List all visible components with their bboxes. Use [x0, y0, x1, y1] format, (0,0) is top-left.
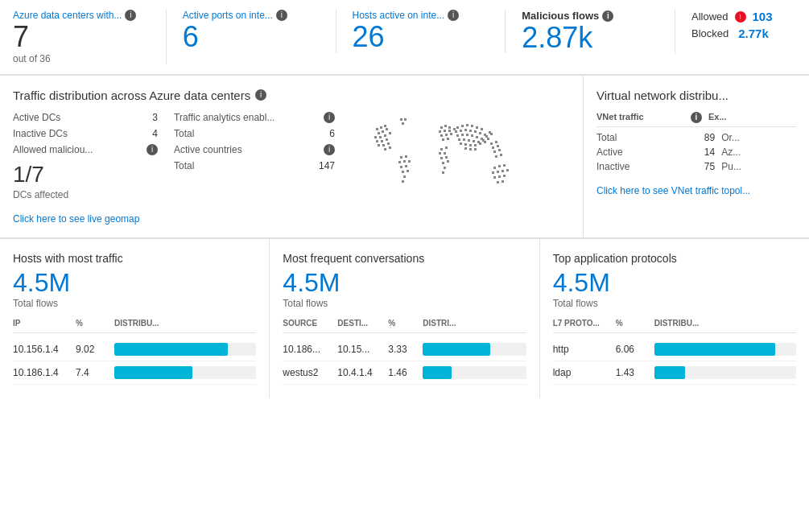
- hosts-row-1: 10.156.1.4 9.02: [13, 338, 256, 361]
- allowed-malicious-info-icon[interactable]: i: [147, 144, 158, 155]
- vnet-table: VNet traffic i Ex... Total 89 Or... Acti…: [596, 112, 796, 172]
- svg-rect-98: [503, 175, 506, 177]
- proto-row1-proto: http: [553, 344, 609, 355]
- vnet-section: Virtual network distribu... VNet traffic…: [584, 76, 809, 237]
- svg-rect-16: [384, 148, 386, 151]
- svg-rect-84: [497, 145, 499, 147]
- hosts-panel: Hosts with most traffic 4.5M Total flows…: [0, 239, 270, 398]
- active-dcs-label: Active DCs: [13, 112, 60, 123]
- svg-rect-75: [474, 144, 477, 146]
- svg-rect-19: [404, 118, 407, 121]
- hosts-row1-bar-container: [114, 343, 256, 356]
- svg-rect-32: [447, 138, 449, 140]
- svg-rect-38: [445, 156, 448, 159]
- allowed-malicious-label: Allowed maliciou...: [13, 144, 93, 155]
- hosts-row2-pct: 7.4: [76, 367, 108, 378]
- traffic-inner: Active DCs 3 Inactive DCs 4 Allowed mali…: [13, 112, 570, 225]
- conversations-panel-sub: Total flows: [283, 298, 526, 309]
- conv-col-dist-header: DISTRI...: [423, 319, 526, 328]
- conv-row2-dest: 10.4.1.4: [337, 367, 382, 378]
- svg-rect-60: [471, 134, 473, 137]
- svg-rect-81: [490, 142, 493, 145]
- traffic-title-text: Traffic distribution across Azure data c…: [13, 89, 250, 102]
- analytics-enabled-icon[interactable]: i: [324, 112, 335, 123]
- hosts-active-value: 26: [353, 21, 489, 53]
- conv-col-pct-header: %: [388, 319, 416, 328]
- svg-rect-77: [484, 141, 486, 143]
- svg-rect-89: [493, 167, 496, 169]
- world-map: [351, 112, 570, 225]
- svg-rect-17: [389, 146, 391, 149]
- hosts-active-label[interactable]: Hosts active on inte... i: [353, 10, 489, 21]
- conv-row-2: westus2 10.4.1.4 1.46: [283, 361, 526, 385]
- svg-rect-0: [376, 128, 378, 130]
- conversations-panel-title: Most frequent conversations: [283, 252, 526, 265]
- allowed-blocked-container: Allowed ! 103 Blocked 2.77k: [691, 10, 780, 40]
- conv-col-src-header: SOURCE: [283, 319, 331, 328]
- active-ports-info-icon[interactable]: i: [276, 10, 287, 21]
- hosts-row-2: 10.186.1.4 7.4: [13, 361, 256, 385]
- svg-rect-101: [400, 156, 402, 159]
- hosts-active-info-icon[interactable]: i: [448, 10, 459, 21]
- vnet-link[interactable]: Click here to see VNet traffic topol...: [596, 185, 796, 196]
- allowed-row: Allowed ! 103: [691, 10, 780, 23]
- malicious-flows-metric: Malicious flows i 2.87k: [522, 10, 675, 54]
- analytics-countries-label: Active countries: [174, 144, 320, 155]
- svg-rect-88: [500, 154, 502, 156]
- svg-rect-80: [474, 148, 477, 151]
- geomap-link[interactable]: Click here to see live geomap: [13, 213, 158, 225]
- hosts-panel-title: Hosts with most traffic: [13, 252, 256, 265]
- svg-rect-94: [501, 170, 504, 172]
- hosts-col-dist-header: DISTRIBU...: [114, 319, 256, 328]
- azure-dc-info-icon[interactable]: i: [125, 10, 136, 21]
- svg-rect-57: [456, 134, 459, 137]
- azure-dc-label[interactable]: Azure data centers with... i: [13, 10, 150, 21]
- svg-rect-90: [498, 165, 501, 167]
- malicious-flows-info-icon[interactable]: i: [602, 10, 613, 22]
- conversations-panel: Most frequent conversations 4.5M Total f…: [270, 239, 539, 398]
- analytics-countries: Active countries i: [174, 144, 335, 155]
- vnet-active-label: Active: [596, 146, 671, 158]
- proto-row2-bar-fill: [654, 366, 686, 379]
- svg-rect-28: [440, 134, 443, 137]
- vnet-header-extra: Ex...: [708, 112, 796, 123]
- conversations-panel-total: 4.5M: [283, 268, 526, 298]
- conv-row2-src: westus2: [283, 367, 331, 378]
- hosts-panel-sub: Total flows: [13, 298, 256, 309]
- vnet-header-info: i: [691, 112, 702, 123]
- vnet-inactive-label: Inactive: [596, 161, 671, 172]
- proto-col-pct-header: %: [616, 319, 648, 328]
- inactive-dcs-label: Inactive DCs: [13, 128, 68, 139]
- malicious-flows-label: Malicious flows i: [522, 10, 658, 22]
- analytics-total-label: Total: [174, 128, 326, 139]
- svg-rect-29: [445, 134, 448, 136]
- analytics-countries-icon[interactable]: i: [324, 144, 335, 155]
- active-ports-label[interactable]: Active ports on inte... i: [183, 10, 320, 21]
- top-metrics-bar: Azure data centers with... i 7 out of 36…: [0, 0, 809, 75]
- svg-rect-54: [479, 132, 481, 134]
- svg-rect-43: [456, 126, 459, 129]
- svg-rect-100: [501, 180, 504, 183]
- svg-rect-41: [444, 167, 446, 169]
- svg-rect-18: [400, 118, 402, 121]
- vnet-info-icon[interactable]: i: [691, 112, 702, 123]
- world-map-svg: [360, 112, 561, 225]
- protocols-panel: Top application protocols 4.5M Total flo…: [540, 239, 809, 398]
- analytics-col: Traffic analytics enabl... i Total 6 Act…: [174, 112, 335, 225]
- traffic-stats: Active DCs 3 Inactive DCs 4 Allowed mali…: [13, 112, 158, 225]
- svg-rect-21: [440, 126, 443, 129]
- svg-rect-35: [439, 152, 441, 155]
- conv-col-dest-header: DESTI...: [337, 319, 382, 328]
- svg-rect-99: [497, 181, 499, 184]
- svg-rect-111: [402, 180, 404, 183]
- svg-rect-87: [495, 155, 497, 158]
- svg-rect-48: [481, 128, 483, 130]
- traffic-info-icon[interactable]: i: [255, 89, 266, 101]
- vnet-active-extra: Az...: [721, 146, 796, 158]
- svg-rect-71: [487, 138, 489, 140]
- svg-rect-2: [384, 125, 386, 127]
- svg-rect-11: [381, 140, 383, 142]
- conv-row2-bar: [423, 366, 526, 379]
- svg-rect-10: [376, 140, 378, 142]
- hosts-row1-bar-fill: [114, 343, 228, 356]
